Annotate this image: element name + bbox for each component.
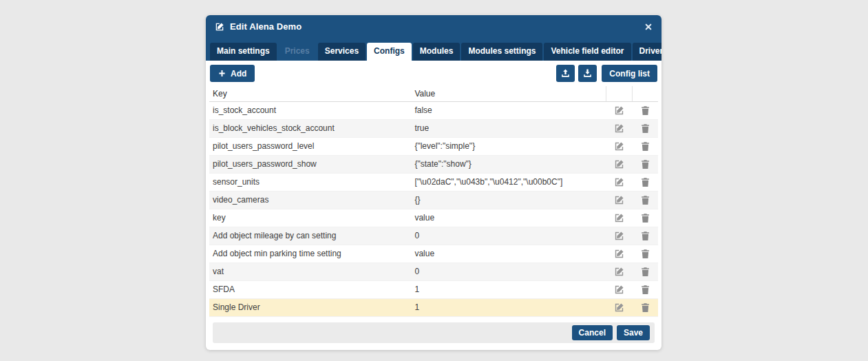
edit-row-button[interactable] <box>614 231 624 241</box>
config-key-cell: Add object mileage by can setting <box>209 227 411 245</box>
edit-row-button[interactable] <box>614 141 624 152</box>
edit-row-button[interactable] <box>614 302 624 313</box>
edit-row-button[interactable] <box>614 249 624 259</box>
add-button[interactable]: Add <box>210 65 255 82</box>
edit-account-modal: Edit Alena Demo Main settingsPricesServi… <box>206 15 661 350</box>
save-button[interactable]: Save <box>617 325 650 340</box>
config-value-cell: ["\u02daC","\u043b","\u0412","\u00b0C"] <box>411 174 606 192</box>
config-value-cell: 0 <box>411 227 606 245</box>
table-row: key value <box>209 209 658 227</box>
table-row: SFDA 1 <box>209 281 658 299</box>
tab-bar: Main settingsPricesServicesConfigsModule… <box>206 38 661 61</box>
config-key-cell: Add object min parking time setting <box>209 245 411 263</box>
config-key-cell: pilot_users_password_level <box>209 138 411 156</box>
download-icon <box>583 69 592 78</box>
config-key-cell: SFDA <box>209 281 411 299</box>
delete-row-button[interactable] <box>640 123 650 134</box>
delete-row-button[interactable] <box>640 249 650 259</box>
table-row: sensor_units ["\u02daC","\u043b","\u0412… <box>209 174 658 192</box>
edit-row-button[interactable] <box>614 105 624 116</box>
delete-row-button[interactable] <box>640 231 650 241</box>
delete-row-button[interactable] <box>640 195 650 205</box>
delete-row-button[interactable] <box>640 213 650 223</box>
config-value-cell: 1 <box>411 299 606 317</box>
config-table-body: is_stock_account false is_block_vehicles… <box>209 102 658 317</box>
cancel-button[interactable]: Cancel <box>572 325 613 340</box>
tab-vehicle-field-editor[interactable]: Vehicle field editor <box>544 43 631 61</box>
config-value-cell: 1 <box>411 281 606 299</box>
config-key-cell: video_cameras <box>209 192 411 209</box>
config-key-cell: sensor_units <box>209 174 411 192</box>
upload-icon <box>561 69 570 78</box>
table-row: vat 0 <box>209 263 658 281</box>
config-key-cell: pilot_users_password_show <box>209 156 411 174</box>
tab-modules[interactable]: Modules <box>413 43 461 61</box>
modal-header: Edit Alena Demo <box>206 15 661 38</box>
table-row: pilot_users_password_level {"level":"sim… <box>209 138 658 156</box>
delete-row-button[interactable] <box>640 267 650 277</box>
delete-row-button[interactable] <box>640 105 650 116</box>
config-value-cell: {"level":"simple"} <box>411 138 606 156</box>
edit-row-button[interactable] <box>614 285 624 295</box>
config-table: Key Value is_stock_account false is_bloc… <box>206 86 661 317</box>
edit-row-button[interactable] <box>614 177 624 187</box>
table-row: is_stock_account false <box>209 102 658 120</box>
config-list-button[interactable]: Config list <box>602 65 657 82</box>
tab-main-settings[interactable]: Main settings <box>210 43 277 61</box>
column-header-delete <box>632 86 658 102</box>
config-value-cell: true <box>411 120 606 138</box>
column-header-value: Value <box>411 86 606 102</box>
tab-services[interactable]: Services <box>318 43 366 61</box>
table-row: Single Driver 1 <box>209 299 658 317</box>
column-header-edit <box>606 86 632 102</box>
config-key-cell: key <box>209 209 411 227</box>
table-row: video_cameras {} <box>209 192 658 209</box>
plus-icon <box>218 70 226 77</box>
close-icon[interactable] <box>644 23 653 31</box>
toolbar: Add Config list <box>206 61 661 86</box>
delete-row-button[interactable] <box>640 141 650 152</box>
modal-title: Edit Alena Demo <box>230 21 644 32</box>
tab-prices: Prices <box>278 43 317 61</box>
edit-icon <box>215 22 224 32</box>
config-key-cell: Single Driver <box>209 299 411 317</box>
config-value-cell: {} <box>411 192 606 209</box>
add-button-label: Add <box>231 69 246 79</box>
config-value-cell: {"state":"show"} <box>411 156 606 174</box>
table-row: is_block_vehicles_stock_account true <box>209 120 658 138</box>
edit-row-button[interactable] <box>614 195 624 205</box>
download-button[interactable] <box>578 65 597 82</box>
column-header-key: Key <box>209 86 411 102</box>
table-row: Add object min parking time setting valu… <box>209 245 658 263</box>
config-value-cell: false <box>411 102 606 120</box>
upload-button[interactable] <box>556 65 575 82</box>
table-header-row: Key Value <box>209 86 658 102</box>
config-key-cell: is_stock_account <box>209 102 411 120</box>
config-key-cell: vat <box>209 263 411 281</box>
config-value-cell: value <box>411 245 606 263</box>
delete-row-button[interactable] <box>640 302 650 313</box>
config-value-cell: 0 <box>411 263 606 281</box>
edit-row-button[interactable] <box>614 213 624 223</box>
delete-row-button[interactable] <box>640 285 650 295</box>
edit-row-button[interactable] <box>614 267 624 277</box>
edit-row-button[interactable] <box>614 123 624 134</box>
delete-row-button[interactable] <box>640 159 650 169</box>
delete-row-button[interactable] <box>640 177 650 187</box>
tab-configs[interactable]: Configs <box>367 43 412 61</box>
config-key-cell: is_block_vehicles_stock_account <box>209 120 411 138</box>
config-value-cell: value <box>411 209 606 227</box>
modal-footer: Cancel Save <box>213 322 655 343</box>
table-row: Add object mileage by can setting 0 <box>209 227 658 245</box>
edit-row-button[interactable] <box>614 159 624 169</box>
content-gap <box>206 317 661 322</box>
tab-modules-settings[interactable]: Modules settings <box>461 43 542 61</box>
tab-driver-field-editor[interactable]: Driver field editor <box>633 43 662 61</box>
table-row: pilot_users_password_show {"state":"show… <box>209 156 658 174</box>
